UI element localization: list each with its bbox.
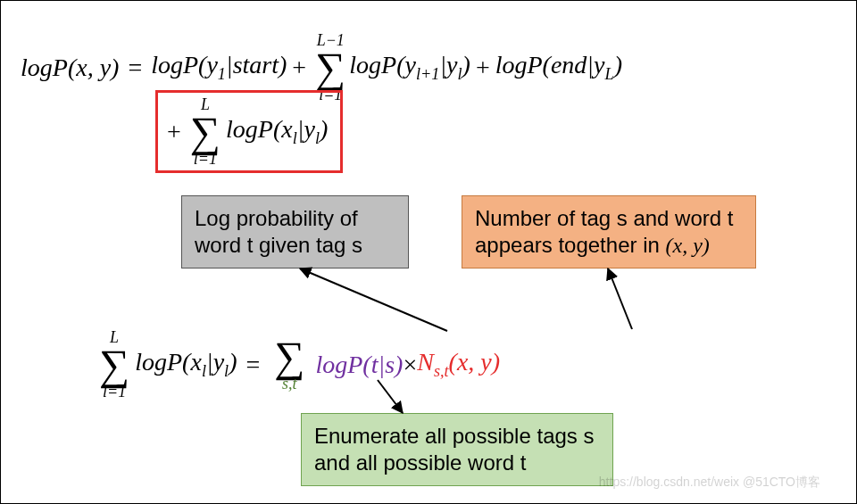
eq2-times: × [403, 351, 417, 379]
boxed-logp: logP(xl|yl) [226, 115, 328, 148]
eq2-logp-ts: logP(t|s) [315, 351, 403, 379]
sigma-icon: ∑ [315, 48, 345, 87]
eq1-term1: logP(y1|start) [151, 51, 287, 84]
boxed-term: + L ∑ l=1 logP(xl|yl) [155, 90, 343, 173]
equation-line-2: L ∑ l=1 logP(xl|yl) = ∑ s,t logP(t|s) × … [94, 329, 500, 400]
eq1-plus2: + [476, 54, 490, 82]
eq1-term3: logP(end|yL) [495, 51, 622, 84]
callout-enumerate: Enumerate all possible tags s and all po… [301, 413, 613, 486]
sigma-icon: ∑ [190, 112, 220, 151]
callout-log-prob: Log probability of word t given tag s [181, 195, 409, 269]
eq2-sigmaR: ∑ s,t [274, 337, 304, 392]
boxed-sigma: L ∑ l=1 [190, 96, 220, 167]
sigma-icon: ∑ [99, 345, 129, 384]
eq2-sigmaL: L ∑ l=1 [99, 329, 129, 400]
eq2-Nst: Ns,t(x, y) [417, 348, 500, 381]
eq1-equals: = [128, 54, 142, 82]
watermark: https://blog.csdn.net/weix @51CTO博客 [599, 475, 820, 491]
svg-line-1 [608, 269, 632, 329]
boxed-plus: + [167, 118, 181, 146]
svg-line-0 [300, 269, 447, 331]
eq2-equals: = [245, 351, 260, 379]
eq1-lhs: logP(x, y) [21, 54, 119, 82]
sigma-icon: ∑ [274, 337, 304, 376]
eq2-lhs: logP(xl|yl) [135, 348, 237, 381]
eq1-term2: logP(yl+1|yl) [349, 51, 470, 84]
eq1-plus1: + [292, 54, 306, 82]
callout-count: Number of tag s and word t appears toget… [462, 195, 756, 269]
